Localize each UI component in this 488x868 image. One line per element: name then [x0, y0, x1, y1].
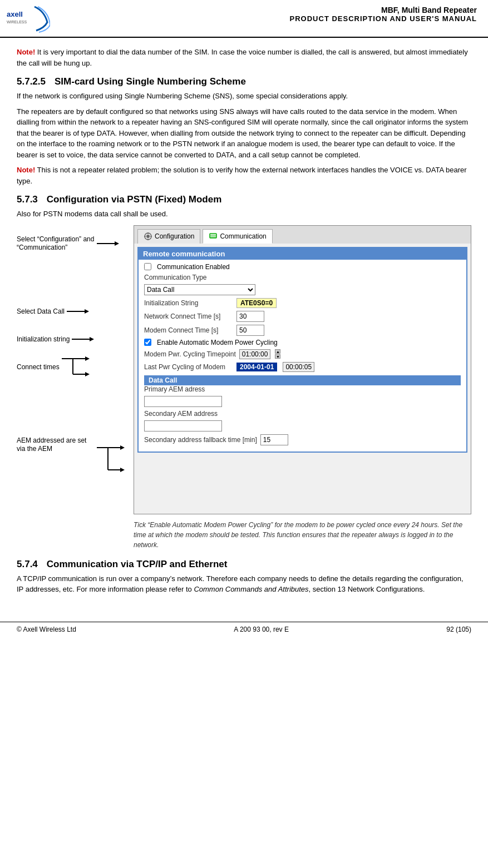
comm-enabled-label: Communication Enabled [157, 263, 230, 271]
note1-text: It is very important to dial the data nu… [17, 48, 468, 67]
label-config: Select “Configuration” and “Communicatio… [17, 235, 119, 252]
last-pwr-date: 2004-01-01 [236, 363, 277, 371]
panel-title: Remote communication [139, 248, 466, 260]
note1-label: Note! [17, 48, 35, 56]
screenshot-panel: Configuration Communication Remote commu… [134, 225, 471, 514]
tick-caption: Tick “Enable Automatic Modem Power Cycli… [17, 520, 471, 550]
section-574-para1-italic: Common Commands and Attributes [194, 585, 308, 593]
tab-communication[interactable]: Communication [203, 229, 272, 244]
config-icon [144, 232, 152, 241]
section-574-para1: A TCP/IP communication is run over a com… [17, 573, 471, 595]
section-573-num: 5.7.3 [17, 194, 38, 205]
label-aem-text: AEM addressed are set via the AEM [17, 437, 95, 454]
primary-aem-label: Primary AEM adress [144, 385, 233, 393]
labels-column: Select “Configuration” and “Communicatio… [17, 225, 134, 514]
header-right: MBF, Multi Band Repeater PRODUCT DESCRIP… [290, 6, 477, 23]
tab-configuration[interactable]: Configuration [137, 229, 200, 244]
cycling-time-value: 01:00:00 [239, 349, 271, 359]
primary-aem-input-row [144, 396, 461, 407]
comm-type-row: Communication Type [144, 274, 461, 281]
fallback-input[interactable] [260, 434, 288, 445]
tab-communication-label: Communication [220, 232, 266, 240]
comm-enabled-checkbox[interactable] [144, 263, 151, 270]
section-572-5-para2: The repeaters are by default configured … [17, 106, 471, 161]
svg-marker-4 [115, 241, 119, 246]
main-content: Note! It is very important to dial the d… [0, 38, 488, 605]
network-connect-row: Network Connect Time [s] [144, 311, 461, 322]
svg-point-21 [146, 235, 150, 238]
svg-marker-6 [85, 309, 89, 314]
modem-connect-row: Modem Connect Time [s] [144, 325, 461, 336]
fallback-row: Secondary address fallback time [min] [144, 434, 461, 445]
label-select-data-text: Select Data Call [17, 307, 65, 315]
section-572-5-heading: 5.7.2.5 SIM-card Using Single Numbering … [17, 76, 471, 87]
figure-area: Select “Configuration” and “Communicatio… [17, 225, 471, 514]
panel-body: Communication Enabled Communication Type… [139, 260, 466, 452]
secondary-aem-input[interactable] [144, 420, 222, 431]
label-init-string: Initialization string [17, 335, 94, 343]
init-string-value: ATE0S0=0 [236, 298, 277, 308]
logo-area: axell WIRELESS [6, 6, 50, 33]
cycling-label: Enable Automatic Modem Power Cycling [157, 339, 278, 346]
axell-logo: axell WIRELESS [6, 6, 50, 33]
sub-panel-title: Data Call [144, 375, 461, 385]
footer-copyright: © Axell Wireless Ltd [17, 626, 76, 633]
secondary-aem-input-row [144, 420, 461, 431]
modem-connect-input[interactable] [236, 325, 264, 336]
section-572-5-title: SIM-card Using Single Numbering Scheme [55, 76, 246, 87]
page-header: axell WIRELESS MBF, Multi Band Repeater … [0, 0, 488, 38]
comm-type-select-row: Data Call [144, 284, 461, 295]
svg-marker-14 [85, 372, 90, 376]
footer-doc-number: A 200 93 00, rev E [234, 626, 289, 633]
cycling-row: Enable Automatic Modem Power Cycling [144, 339, 461, 346]
svg-marker-18 [120, 445, 125, 450]
comm-type-label: Communication Type [144, 274, 233, 281]
label-aem: AEM addressed are set via the AEM [17, 437, 125, 481]
section-574: 5.7.4 Communication via TCP/IP and Ether… [17, 559, 471, 595]
tab-configuration-label: Configuration [155, 232, 194, 240]
manual-title: PRODUCT DESCRIPTION AND USER'S MANUAL [290, 14, 477, 23]
arrow-init-string [72, 336, 94, 343]
primary-aem-input[interactable] [144, 396, 222, 407]
init-string-label: Initialization String [144, 299, 233, 307]
cycling-time-spinner[interactable]: ▲ ▼ [275, 349, 280, 359]
last-pwr-label: Last Pwr Cycling of Modem [144, 363, 233, 371]
last-pwr-row: Last Pwr Cycling of Modem 2004-01-01 00:… [144, 362, 461, 372]
secondary-aem-row: Secondary AEM address [144, 410, 461, 418]
section-574-num: 5.7.4 [17, 559, 38, 570]
svg-text:WIRELESS: WIRELESS [7, 20, 27, 24]
primary-aem-row: Primary AEM adress [144, 385, 461, 393]
note1: Note! It is very important to dial the d… [17, 47, 471, 68]
footer-page: 92 (105) [446, 626, 471, 633]
section-573-para1: Also for PSTN modems data call shall be … [17, 209, 471, 220]
section-573-heading: 5.7.3 Configuration via PSTN (Fixed) Mod… [17, 194, 471, 205]
spinner-down[interactable]: ▼ [275, 354, 280, 359]
spinner-up[interactable]: ▲ [275, 349, 280, 354]
remote-comm-panel: Remote communication Communication Enabl… [137, 247, 467, 453]
note2-text: This is not a repeater related problem; … [17, 166, 467, 185]
secondary-aem-label: Secondary AEM address [144, 410, 233, 418]
section-574-title: Communication via TCP/IP and Ethernet [47, 559, 228, 570]
svg-marker-8 [90, 337, 94, 341]
note2: Note! This is not a repeater related pro… [17, 165, 471, 186]
init-string-row: Initialization String ATE0S0=0 [144, 298, 461, 308]
label-connect-times-text: Connect times [17, 363, 60, 371]
cycling-time-row: Modem Pwr. Cycling Timepoint 01:00:00 ▲ … [144, 349, 461, 359]
tab-bar: Configuration Communication [134, 226, 471, 244]
svg-rect-27 [210, 234, 216, 238]
cycling-time-label: Modem Pwr. Cycling Timepoint [144, 350, 236, 358]
note2-label: Note! [17, 166, 35, 174]
arrow-aem [97, 437, 125, 481]
network-connect-label: Network Connect Time [s] [144, 313, 233, 320]
svg-text:axell: axell [7, 10, 23, 18]
page-footer: © Axell Wireless Ltd A 200 93 00, rev E … [0, 622, 488, 637]
fallback-label: Secondary address fallback time [min] [144, 436, 257, 444]
comm-type-select[interactable]: Data Call [144, 284, 255, 295]
product-line: MBF, Multi Band Repeater [290, 6, 477, 14]
section-573-title: Configuration via PSTN (Fixed) Modem [47, 194, 222, 205]
cycling-checkbox[interactable] [144, 339, 151, 346]
arrow-config [97, 240, 119, 247]
label-connect-times: Connect times [17, 353, 90, 381]
network-connect-input[interactable] [236, 311, 264, 322]
section-574-para1-end: , section 13 Network Configurations. [309, 585, 425, 593]
